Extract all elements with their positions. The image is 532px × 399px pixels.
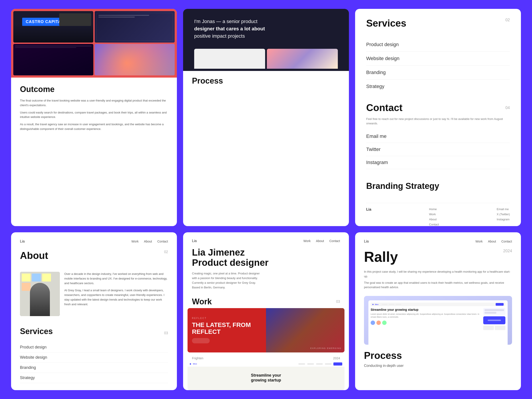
about-title: About [20, 250, 48, 261]
rally-desc1: In this project case study, I will be sh… [364, 270, 512, 279]
card-about: Lia Work About Contact About 02 [11, 232, 177, 390]
card-process: I'm Jonas — a senior product designer th… [183, 9, 349, 226]
footer-nav-instagram[interactable]: Instagram [497, 218, 510, 221]
work-nav-brand: Lia [192, 239, 197, 243]
services-list: Product design Website design Branding S… [366, 38, 510, 93]
contact-link-email[interactable]: Email me [366, 130, 510, 143]
reflect-subtext: EXPLORING EMERGING [310, 347, 341, 349]
card-outcome: CASTRO CAPITAL [11, 9, 177, 226]
service-item-product[interactable]: Product design [366, 38, 510, 52]
about-photo [20, 272, 60, 316]
rally-nav: Lia Work About Contact [364, 239, 512, 243]
process-hero-line2: designer that cares a lot about [194, 26, 265, 32]
rally-screen-body: Lorem ipsum dolor sit amet, consectetur … [371, 313, 481, 318]
process-preview: I'm Jonas — a senior product designer th… [183, 9, 349, 71]
reflect-headline1: THE LATEST, FROM [192, 321, 251, 328]
services-header: Services 02 [366, 18, 510, 29]
services-title: Services [366, 18, 406, 29]
about-bio: Over a decade in the design industry, I'… [64, 272, 168, 316]
about-nav-about[interactable]: About [144, 240, 152, 243]
process-content: Process [183, 71, 349, 95]
about-nav-work[interactable]: Work [132, 240, 139, 243]
work-nav-about[interactable]: About [316, 239, 324, 243]
card-work: Lia Work About Contact Lia Jimenez Produ… [183, 232, 349, 390]
card-services: Services 02 Product design Website desig… [355, 9, 521, 226]
rally-nav-links: Work About Contact [475, 240, 512, 243]
outcome-body2: Users could easily search for destinatio… [20, 110, 168, 120]
reflect-label: REFLECT [192, 317, 262, 319]
outcome-title: Outcome [20, 85, 168, 94]
about-nav: Lia Work About Contact [20, 239, 168, 243]
project1-label-row: Frighten 2024 [183, 355, 349, 361]
rally-nav-contact[interactable]: Contact [501, 240, 512, 243]
footer-nav-work[interactable]: Work [429, 213, 439, 216]
rally-process-subtitle: Conducting in-depth user [364, 364, 512, 368]
branding-strategy-section: Branding Strategy [366, 176, 510, 194]
rally-title: Rally [364, 249, 398, 265]
services-number: 02 [505, 18, 510, 22]
rally-preview: Slice Streamline your growing startup Lo… [364, 296, 512, 345]
branding-strategy-title: Branding Strategy [366, 181, 510, 191]
work-preview-streamline[interactable]: Slice Streamline your growing startup [188, 361, 344, 390]
about-bio1: Over a decade in the design industry, I'… [64, 272, 168, 285]
rally-screen-nav: Slice [371, 303, 505, 306]
service-item-strategy[interactable]: Strategy [366, 80, 510, 93]
contact-link-twitter[interactable]: Twitter [366, 143, 510, 156]
work-nav-contact[interactable]: Contact [329, 239, 340, 243]
about-service-strategy[interactable]: Strategy [20, 373, 168, 383]
rally-screen-content: Streamline your growing startup Lorem ip… [371, 308, 505, 330]
work-nav-work[interactable]: Work [304, 239, 310, 243]
rally-nav-work[interactable]: Work [475, 240, 482, 243]
about-nav-links: Work About Contact [132, 240, 168, 243]
process-hero-line1: I'm Jonas — a senior product [194, 19, 257, 24]
about-service-branding[interactable]: Branding [20, 363, 168, 373]
card-rally: Lia Work About Contact Rally 2024 In thi… [355, 232, 521, 390]
contact-header: Contact 04 [366, 102, 510, 113]
about-number: 02 [164, 250, 168, 254]
nav-cta-button[interactable] [333, 362, 342, 366]
rally-preview-screen: Slice Streamline your growing startup Lo… [368, 300, 508, 345]
work-number: 03 [336, 300, 340, 304]
contact-section: Contact 04 Feel free to reach out for ne… [366, 102, 510, 169]
rally-process-title: Process [364, 350, 512, 361]
about-nav-brand: Lia [20, 239, 25, 243]
rally-nav-about[interactable]: About [488, 240, 496, 243]
about-service-website[interactable]: Website design [20, 352, 168, 363]
footer-nav-xtwitter[interactable]: X (Twitter) [497, 213, 510, 216]
footer-nav-home[interactable]: Home [429, 208, 439, 211]
work-preview-frighten[interactable]: REFLECT THE LATEST, FROM REFLECT EXPLORI… [188, 308, 344, 352]
outcome-preview: CASTRO CAPITAL [11, 9, 177, 78]
work-header: Lia Work About Contact [183, 232, 349, 247]
about-services-number: 03 [164, 331, 168, 335]
work-section-title: Work [192, 297, 212, 306]
footer-nav-email[interactable]: Email me [497, 208, 510, 211]
work-hero: Lia Jimenez Product designer Creating ma… [183, 247, 349, 294]
nav-logo-dot [190, 363, 191, 365]
about-services-title: Services [20, 327, 53, 336]
work-nav-links: Work About Contact [304, 239, 340, 243]
contact-description: Feel free to reach out for new project d… [366, 117, 510, 126]
about-service-product[interactable]: Product design [20, 342, 168, 352]
footer-nav: Lia Home Work About Contact Email me X (… [366, 203, 510, 226]
rally-screen-nav-dot [372, 304, 374, 305]
about-nav-contact[interactable]: Contact [157, 240, 168, 243]
footer-brand: Lia [366, 208, 371, 226]
work-hero-desc: Creating magic, one pixel at a time. Pro… [192, 271, 263, 290]
service-item-branding[interactable]: Branding [366, 66, 510, 80]
streamline-nav-mock: Slice [188, 361, 344, 367]
rally-year: 2024 [503, 249, 512, 253]
work-nav: Lia Work About Contact [192, 239, 340, 243]
contact-link-instagram[interactable]: Instagram [366, 156, 510, 169]
process-hero-line3: positive impact projects [194, 33, 245, 39]
rally-preview-text: Streamline your growing startup [371, 308, 481, 311]
reflect-headline2: REFLECT [192, 328, 221, 335]
outcome-body1: The final outcome of the travel booking … [20, 98, 168, 108]
rally-process-section: Process Conducting in-depth user [364, 350, 512, 368]
rally-screen-left: Streamline your growing startup Lorem ip… [371, 308, 481, 330]
contact-title: Contact [366, 102, 403, 113]
footer-nav-about[interactable]: About [429, 218, 439, 221]
nav-lines [199, 364, 332, 364]
service-item-website[interactable]: Website design [366, 52, 510, 66]
rally-desc2: The goal was to create an app that enabl… [364, 281, 512, 290]
footer-nav-contact[interactable]: Contact [429, 223, 439, 226]
